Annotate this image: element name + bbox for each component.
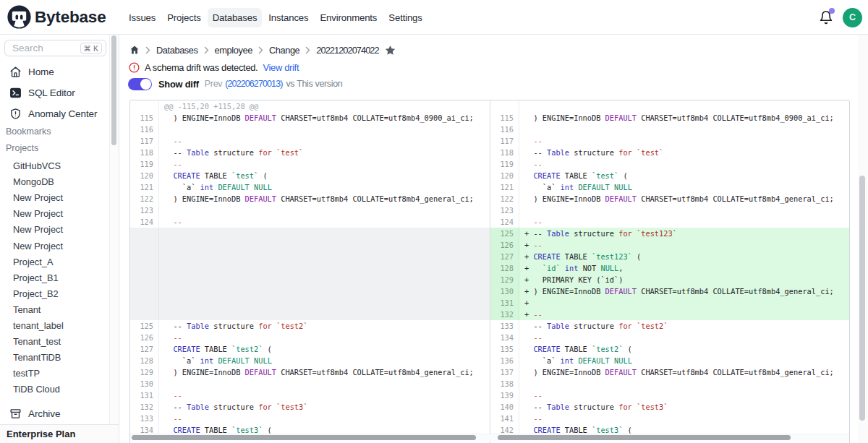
project-item[interactable]: TiDB Cloud xyxy=(13,384,60,395)
line-number: 128 xyxy=(490,262,519,274)
diff-row: 123 xyxy=(490,205,850,216)
line-number: 136 xyxy=(490,355,519,366)
line-number: 115 xyxy=(130,112,159,124)
line-number: 130 xyxy=(490,285,519,297)
project-item[interactable]: Project_B2 xyxy=(13,288,59,299)
line-number: 130 xyxy=(130,378,159,390)
diff-row: 124 -- xyxy=(490,216,850,228)
line-number: 133 xyxy=(490,320,519,332)
sidebar-item-home[interactable]: Home xyxy=(9,64,54,79)
code-line xyxy=(159,124,490,135)
home-icon xyxy=(9,66,22,78)
line-number xyxy=(490,100,519,112)
code-line: + -- Table structure for `test123` xyxy=(519,228,850,239)
diff-row: 131 -- xyxy=(130,390,490,401)
project-item[interactable]: Project_A xyxy=(13,257,53,267)
nav-item-projects[interactable]: Projects xyxy=(167,12,200,23)
diff-row: 117 -- xyxy=(490,135,850,147)
diff-hscrollbar-thumb-right[interactable] xyxy=(498,435,791,440)
project-item[interactable]: Tenant_test xyxy=(13,336,61,347)
code-line: ) ENGINE=InnoDB DEFAULT CHARSET=utf8mb4 … xyxy=(519,112,850,124)
project-item[interactable]: New Project xyxy=(13,192,63,203)
code-line: + ) ENGINE=InnoDB DEFAULT CHARSET=utf8mb… xyxy=(519,285,850,297)
code-line: -- xyxy=(519,158,850,170)
sidebar-item-anomaly-center[interactable]: Anomaly Center xyxy=(9,106,97,121)
page-scrollbar-thumb[interactable] xyxy=(859,176,865,421)
breadcrumb-version[interactable]: 20221202074022 xyxy=(316,45,378,56)
breadcrumb: Databases employee Change 20221202074022 xyxy=(129,42,396,58)
avatar[interactable]: C xyxy=(843,8,862,27)
code-line: `a` int DEFAULT NULL xyxy=(159,355,490,366)
sidebar-item-label: Home xyxy=(28,66,54,77)
line-number: 124 xyxy=(130,216,159,228)
line-number: 118 xyxy=(490,147,519,158)
nav-item-issues[interactable]: Issues xyxy=(129,12,156,23)
star-icon[interactable] xyxy=(384,44,396,56)
diff-row: 128 `a` int DEFAULT NULL xyxy=(130,355,490,366)
diff-hscrollbar-thumb-left[interactable] xyxy=(132,435,476,440)
nav-item-environments[interactable]: Environments xyxy=(320,12,377,23)
project-item[interactable]: Project_B1 xyxy=(13,272,59,283)
search-input[interactable]: Search ⌘ K xyxy=(4,40,106,56)
prev-version-link[interactable]: (202206270013) xyxy=(225,79,282,89)
project-item[interactable]: New Project xyxy=(13,241,63,251)
diff-row: 131+ xyxy=(490,297,850,309)
project-item[interactable]: TenantTiDB xyxy=(13,352,61,363)
line-number: 121 xyxy=(490,181,519,193)
project-item[interactable]: testTP xyxy=(13,368,40,379)
breadcrumb-chevron-icon xyxy=(204,46,209,54)
sidebar-item-archive[interactable]: Archive xyxy=(9,406,60,421)
nav-item-settings[interactable]: Settings xyxy=(388,12,422,23)
diff-row: 130 xyxy=(130,378,490,390)
notification-badge xyxy=(829,8,835,14)
line-number: 120 xyxy=(490,170,519,181)
project-item[interactable]: New Project xyxy=(13,224,63,235)
show-diff-toggle[interactable] xyxy=(128,78,152,90)
code-line: -- xyxy=(159,332,490,343)
breadcrumb-change[interactable]: Change xyxy=(269,45,299,56)
project-item[interactable]: Tenant xyxy=(13,304,41,315)
diff-row: 123 xyxy=(130,205,490,216)
breadcrumb-employee[interactable]: employee xyxy=(215,45,252,56)
diff-row: 121 `a` int DEFAULT NULL xyxy=(130,181,490,193)
notification-bell-icon[interactable] xyxy=(819,10,833,25)
line-number: 121 xyxy=(130,181,159,193)
vs-this-version-label: vs This version xyxy=(286,79,342,89)
breadcrumb-home-icon[interactable] xyxy=(129,45,140,55)
diff-row: 120 CREATE TABLE `test` ( xyxy=(490,170,850,181)
archive-icon xyxy=(9,408,22,420)
code-line: ) ENGINE=InnoDB DEFAULT CHARSET=utf8mb4 … xyxy=(159,193,490,205)
code-line: ) ENGINE=InnoDB DEFAULT CHARSET=utf8mb4 … xyxy=(159,112,490,124)
main-content: Databases employee Change 20221202074022… xyxy=(120,35,868,443)
diff-row: 117 -- xyxy=(130,135,490,147)
diff-filler-row xyxy=(130,228,490,239)
code-line xyxy=(159,228,490,239)
sidebar-scrollbar-thumb[interactable] xyxy=(111,35,116,145)
diff-filler-row xyxy=(130,239,490,251)
code-line xyxy=(159,309,490,320)
project-item[interactable]: MongoDB xyxy=(13,176,54,187)
project-item[interactable]: New Project xyxy=(13,208,63,219)
diff-row: 136 `a` int DEFAULT NULL xyxy=(490,355,850,366)
line-number: 139 xyxy=(490,390,519,401)
code-line xyxy=(519,100,850,112)
bytebase-logo[interactable]: Bytebase xyxy=(7,5,106,29)
nav-item-databases[interactable]: Databases xyxy=(208,8,263,27)
code-line: CREATE TABLE `test2` ( xyxy=(519,343,850,355)
view-drift-link[interactable]: View drift xyxy=(263,62,299,73)
line-number: 124 xyxy=(490,216,519,228)
diff-filler-row xyxy=(130,297,490,309)
breadcrumb-databases[interactable]: Databases xyxy=(156,45,198,56)
code-line xyxy=(159,251,490,262)
search-placeholder: Search xyxy=(12,43,80,53)
nav-item-instances[interactable]: Instances xyxy=(268,12,308,23)
code-line: CREATE TABLE `test2` ( xyxy=(159,343,490,355)
sidebar-item-sql-editor[interactable]: SQL Editor xyxy=(9,85,75,100)
line-number: 132 xyxy=(490,309,519,320)
plan-footer[interactable]: Enterprise Plan xyxy=(0,424,119,443)
line-number xyxy=(130,262,159,274)
project-item[interactable]: tenant_label xyxy=(13,320,64,331)
project-item[interactable]: GitHubVCS xyxy=(13,160,61,171)
line-number: 126 xyxy=(130,332,159,343)
code-line: -- xyxy=(159,135,490,147)
